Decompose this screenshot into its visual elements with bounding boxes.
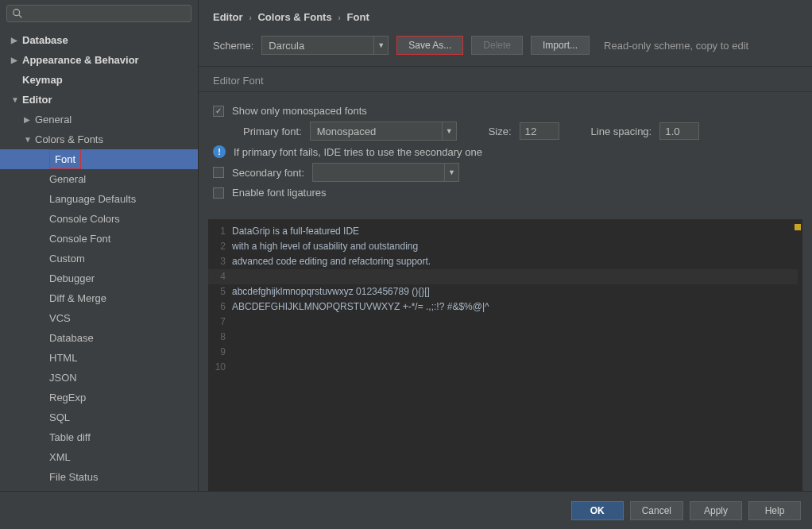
import-button[interactable]: Import... — [531, 36, 590, 55]
tree-arrow-icon: ▶ — [11, 56, 19, 64]
info-text: If primary font fails, IDE tries to use … — [234, 146, 482, 158]
tree-arrow-icon: ▶ — [24, 115, 32, 124]
tree-arrow-icon: ▼ — [11, 95, 19, 104]
ligatures-checkbox[interactable] — [213, 187, 224, 199]
tree-item[interactable]: Custom — [0, 249, 198, 268]
tree-item[interactable]: XML — [0, 447, 198, 467]
readonly-note: Read-only scheme, copy to edit — [604, 40, 748, 52]
show-mono-checkbox[interactable]: ✓ — [213, 106, 224, 117]
primary-font-combo: Monospaced ▼ — [310, 122, 457, 141]
scheme-label: Scheme: — [213, 40, 253, 52]
breadcrumb-item: Editor — [213, 11, 243, 23]
tree-item[interactable]: Table diff — [0, 427, 198, 447]
delete-button: Delete — [471, 36, 523, 55]
scheme-value: Darcula — [262, 40, 373, 52]
preview-text: DataGrip is a full-featured IDEwith a hi… — [232, 224, 489, 375]
tree-item[interactable]: ▼Editor — [0, 90, 198, 110]
settings-sidebar: ▶Database▶Appearance & BehaviorKeymap▼Ed… — [0, 0, 199, 491]
tree-item[interactable]: Diff & Merge — [0, 288, 198, 308]
ligatures-label: Enable font ligatures — [232, 187, 327, 199]
tree-item[interactable]: Database — [0, 328, 198, 348]
size-label: Size: — [489, 125, 512, 137]
tree-item[interactable]: SQL — [0, 407, 198, 427]
save-as-button[interactable]: Save As... — [396, 36, 463, 55]
ok-button[interactable]: OK — [571, 501, 624, 520]
chevron-right-icon: › — [249, 13, 252, 22]
chevron-down-icon: ▼ — [444, 164, 458, 181]
tree-item[interactable]: Console Colors — [0, 209, 198, 229]
primary-font-label: Primary font: — [243, 125, 302, 137]
tree-item[interactable]: File Status — [0, 467, 198, 487]
tree-item[interactable]: VCS — [0, 308, 198, 328]
tree-item[interactable]: ▶Appearance & Behavior — [0, 50, 198, 70]
tree-item[interactable]: HTML — [0, 348, 198, 368]
tree-item[interactable]: Language Defaults — [0, 189, 198, 209]
marker-icon — [795, 224, 801, 230]
tree-item[interactable]: ▶Database — [0, 30, 198, 50]
tree-item[interactable]: Font — [0, 149, 198, 169]
apply-button[interactable]: Apply — [690, 501, 742, 520]
tree-item[interactable]: ▼Colors & Fonts — [0, 129, 198, 149]
search-icon — [12, 8, 23, 19]
breadcrumb: Editor › Colors & Fonts › Font — [199, 0, 812, 31]
tree-item[interactable]: Keymap — [0, 70, 198, 90]
info-icon: ! — [213, 145, 226, 158]
size-input[interactable] — [520, 122, 559, 140]
secondary-font-checkbox[interactable] — [213, 167, 224, 178]
search-input-wrap[interactable] — [6, 5, 191, 22]
chevron-right-icon: › — [338, 13, 341, 22]
scheme-combo[interactable]: Darcula ▼ — [261, 36, 389, 55]
tree-item[interactable]: Console Font — [0, 229, 198, 249]
dialog-footer: OK Cancel Apply Help — [0, 491, 812, 529]
font-preview[interactable]: 12345678910 DataGrip is a full-featured … — [208, 219, 802, 491]
line-numbers: 12345678910 — [208, 224, 230, 375]
tree-arrow-icon: ▶ — [11, 36, 19, 44]
breadcrumb-item: Font — [347, 11, 369, 23]
tree-item[interactable]: JSON — [0, 368, 198, 388]
tree-arrow-icon: ▼ — [24, 135, 32, 144]
editor-font-section: Editor Font — [199, 67, 812, 92]
chevron-down-icon: ▼ — [442, 122, 456, 140]
chevron-down-icon[interactable]: ▼ — [373, 37, 388, 54]
svg-line-1 — [19, 15, 22, 18]
tree-item[interactable]: RegExp — [0, 388, 198, 407]
tree-item[interactable]: ▶General — [0, 110, 198, 129]
line-spacing-label: Line spacing: — [591, 125, 652, 137]
cancel-button[interactable]: Cancel — [630, 501, 683, 520]
svg-point-0 — [14, 10, 20, 16]
settings-tree[interactable]: ▶Database▶Appearance & BehaviorKeymap▼Ed… — [0, 27, 198, 491]
tree-item[interactable]: General — [0, 169, 198, 189]
secondary-font-label: Secondary font: — [232, 167, 304, 179]
help-button[interactable]: Help — [748, 501, 801, 520]
line-spacing-input[interactable] — [659, 122, 699, 140]
primary-font-value: Monospaced — [311, 125, 442, 137]
show-mono-label: Show only monospaced fonts — [232, 105, 367, 117]
search-input[interactable] — [26, 8, 186, 19]
tree-item[interactable]: Debugger — [0, 268, 198, 288]
breadcrumb-item: Colors & Fonts — [257, 11, 331, 23]
secondary-font-combo: ▼ — [312, 163, 459, 182]
settings-content: Editor › Colors & Fonts › Font Scheme: D… — [199, 0, 812, 491]
